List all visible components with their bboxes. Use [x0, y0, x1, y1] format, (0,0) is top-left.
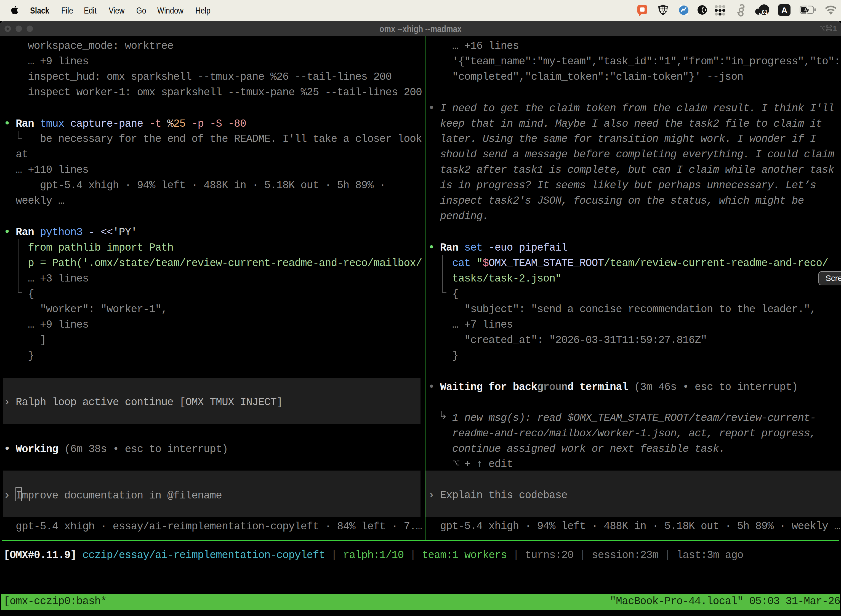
- svg-text:A: A: [781, 6, 787, 15]
- svg-text:..61: ..61: [759, 9, 768, 15]
